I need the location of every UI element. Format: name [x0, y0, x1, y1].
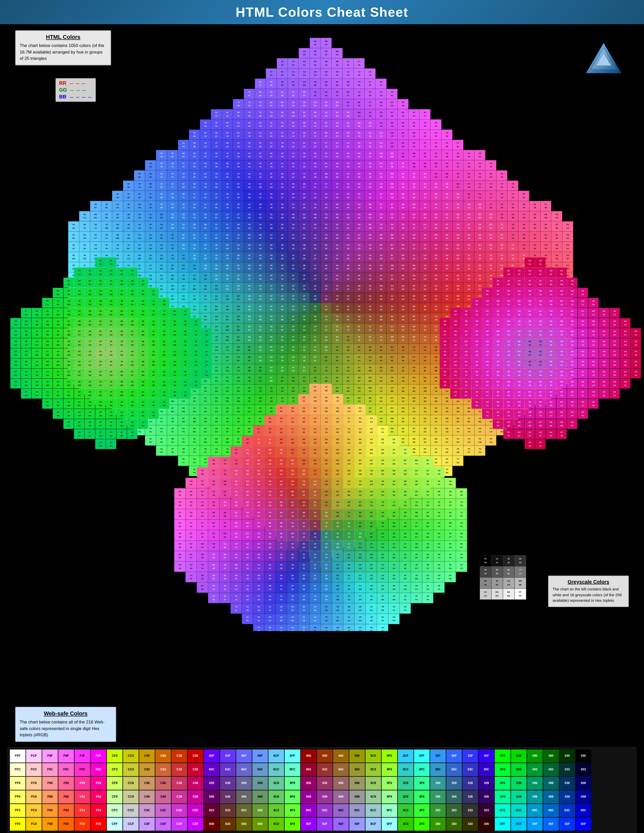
websafe-cell: C6F: [155, 818, 171, 831]
websafe-cell: 639: [220, 777, 236, 790]
websafe-cell: 39C: [430, 763, 446, 776]
websafe-cell: F0F: [91, 749, 106, 762]
websafe-cell: 030: [559, 749, 575, 762]
websafe-cell: 009: [576, 790, 591, 804]
hex-color-chart: [0, 25, 644, 631]
websafe-cell: 6F3: [285, 804, 300, 817]
websafe-cell: CF3: [107, 763, 122, 776]
websafe-cell: 9C6: [365, 777, 381, 790]
websafe-cell: 303: [478, 804, 494, 817]
websafe-cell: 669: [236, 777, 252, 790]
websafe-cell: C36: [171, 777, 187, 790]
websafe-cell: CCF: [123, 818, 138, 831]
websafe-cell: CCC: [123, 804, 138, 817]
websafe-cell: F03: [91, 804, 106, 817]
websafe-cell: 9F6: [382, 777, 397, 790]
websafe-row: FFCFCCF9CF6CF3CF0CCF3CC3C93C63C33C0360C6…: [10, 763, 634, 776]
websafe-cell: 360: [446, 818, 462, 831]
websafe-cell: FFF: [10, 749, 26, 762]
websafe-cell: FF6: [10, 790, 26, 804]
websafe-cell: 396: [430, 790, 446, 804]
websafe-cell: 06C: [543, 804, 559, 817]
websafe-cell: 09F: [527, 818, 543, 831]
websafe-cell: 60F: [204, 749, 219, 762]
websafe-cell: 603: [204, 804, 219, 817]
websafe-cell: 33C: [462, 763, 478, 776]
websafe-cell: 66F: [236, 749, 252, 762]
websafe-cell: 909: [301, 790, 316, 804]
websafe-cell: 6C0: [269, 818, 284, 831]
websafe-cell: 6F0: [285, 818, 300, 831]
bb-legend: BB — — — —: [59, 94, 92, 100]
websafe-cell: 930: [317, 749, 333, 762]
title-bar: HTML Colors Cheat Sheet: [0, 0, 644, 24]
websafe-cell: 90C: [301, 804, 316, 817]
websafe-cell: 960: [333, 749, 349, 762]
websafe-cell: 090: [527, 749, 543, 762]
websafe-cell: 0FF: [495, 818, 510, 831]
websafe-cell: FC0: [26, 818, 42, 831]
websafe-cell: 630: [220, 818, 236, 831]
websafe-cell: 969: [333, 790, 349, 804]
websafe-cell: CF0: [107, 749, 122, 762]
websafe-cell: 3C0: [398, 818, 414, 831]
websafe-cell: 0F3: [495, 763, 510, 776]
websafe-cell: FC3: [26, 804, 42, 817]
websafe-cell: 0F6: [495, 777, 510, 790]
websafe-cell: C00: [188, 749, 203, 762]
websafe-cell: 963: [333, 763, 349, 776]
websafe-cell: 039: [559, 790, 575, 804]
websafe-cell: 096: [527, 777, 543, 790]
websafe-cell: FFC: [10, 763, 26, 776]
websafe-cell: C33: [171, 763, 187, 776]
websafe-cell: 66C: [236, 763, 252, 776]
websafe-cell: 09C: [527, 804, 543, 817]
html-colors-info: HTML Colors The chart below contains 105…: [15, 30, 111, 65]
websafe-cell: 606: [204, 790, 219, 804]
websafe-cell: FF3: [10, 804, 26, 817]
websafe-cell: 3CC: [398, 763, 414, 776]
websafe-cell: 966: [333, 777, 349, 790]
websafe-cell: CF6: [107, 777, 122, 790]
websafe-cell: F63: [58, 804, 74, 817]
gg-legend: GG — — —: [59, 87, 92, 93]
websafe-desc: The chart below contains all of the 216 …: [20, 719, 112, 738]
websafe-cell: C0C: [188, 804, 203, 817]
websafe-cell: C39: [171, 790, 187, 804]
websafe-cell: F66: [58, 790, 74, 804]
websafe-cell: 03F: [559, 818, 575, 831]
websafe-cell: 390: [430, 818, 446, 831]
rr-legend: RR — — —: [59, 80, 92, 86]
websafe-cell: 3C9: [398, 777, 414, 790]
websafe-cell: 993: [349, 763, 365, 776]
websafe-cell: 9F3: [382, 763, 397, 776]
websafe-cell: 666: [236, 790, 252, 804]
websafe-cell: 3CF: [398, 749, 414, 762]
websafe-cell: 9FC: [382, 804, 397, 817]
websafe-cell: 393: [430, 804, 446, 817]
websafe-cell: 00C: [576, 804, 591, 817]
websafe-cell: 93F: [317, 818, 333, 831]
websafe-cell: 9F9: [382, 790, 397, 804]
websafe-cell: 06F: [543, 818, 559, 831]
websafe-cell: C06: [188, 777, 203, 790]
websafe-cell: 939: [317, 790, 333, 804]
websafe-cell: 3F6: [414, 790, 430, 804]
websafe-cell: 0D3: [511, 763, 526, 776]
html-colors-heading: HTML Colors: [20, 34, 106, 40]
websafe-cell: C9F: [139, 818, 155, 831]
websafe-cell: 060: [543, 749, 559, 762]
websafe-cell: 3FF: [414, 749, 430, 762]
websafe-cell: 066: [543, 777, 559, 790]
websafe-cell: CC0: [123, 749, 138, 762]
websafe-cell: 6CC: [269, 763, 284, 776]
websafe-cell: F3F: [74, 749, 90, 762]
websafe-cell: 099: [527, 790, 543, 804]
greyscale-heading: Greyscale Colors: [552, 579, 624, 585]
color-legend: RR — — — GG — — — BB — — — —: [56, 78, 96, 102]
websafe-cell: 30F: [478, 749, 494, 762]
websafe-row: FF9FC9F99F69F39F09CF6CC6C96C66C36C066096…: [10, 777, 634, 790]
websafe-cell: 00F: [576, 818, 591, 831]
websafe-cell: C60: [155, 749, 171, 762]
websafe-cell: 600: [204, 818, 219, 831]
